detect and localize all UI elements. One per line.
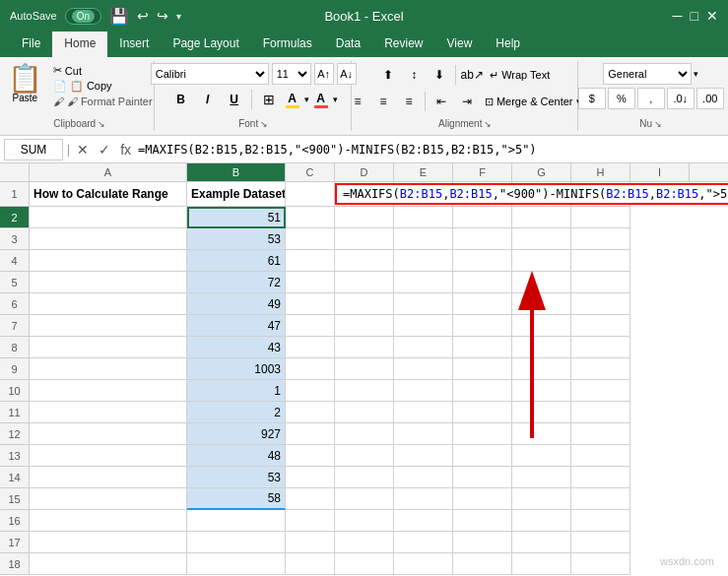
cell-c2[interactable] [286, 207, 335, 228]
font-color-dropdown[interactable]: ▾ [333, 95, 338, 104]
cell-b3[interactable]: 53 [187, 228, 286, 250]
cell-c3[interactable] [286, 228, 335, 250]
italic-button[interactable]: I [196, 88, 220, 111]
cell-f3[interactable] [453, 228, 512, 250]
cell-c4[interactable] [286, 250, 335, 272]
tab-view[interactable]: View [435, 32, 485, 57]
row-header-14[interactable]: 14 [0, 467, 30, 488]
cell-e1[interactable] [394, 182, 453, 207]
cell-b16[interactable] [187, 510, 286, 532]
cell-c10[interactable] [286, 380, 335, 402]
cell-h16[interactable] [571, 510, 630, 532]
cell-b14[interactable]: 53 [187, 467, 286, 488]
cell-h1[interactable] [571, 182, 630, 207]
cell-b12[interactable]: 927 [187, 423, 286, 445]
percent-button[interactable]: % [608, 88, 635, 109]
cell-c18[interactable] [286, 553, 335, 575]
cell-c15[interactable] [286, 488, 335, 510]
cell-h9[interactable] [571, 358, 630, 380]
fill-color-button[interactable]: A [284, 92, 301, 108]
minimize-button[interactable]: ─ [673, 8, 683, 24]
paste-button[interactable]: 📋 Paste [4, 63, 46, 105]
tab-data[interactable]: Data [324, 32, 372, 57]
row-header-17[interactable]: 17 [0, 532, 30, 553]
row-header-18[interactable]: 18 [0, 553, 30, 575]
cell-a1[interactable]: How to Calculate Range [30, 182, 187, 207]
cell-e9[interactable] [394, 358, 453, 380]
cell-f6[interactable] [453, 293, 512, 315]
row-header-3[interactable]: 3 [0, 228, 30, 250]
dropdown-arrow[interactable]: ▾ [176, 11, 181, 22]
fill-color-dropdown[interactable]: ▾ [304, 95, 309, 104]
cell-g9[interactable] [512, 358, 571, 380]
cell-d15[interactable] [335, 488, 394, 510]
increase-indent-button[interactable]: ⇥ [455, 90, 479, 113]
row-header-9[interactable]: 9 [0, 358, 30, 380]
cell-f9[interactable] [453, 358, 512, 380]
cell-g17[interactable] [512, 532, 571, 553]
accounting-format-button[interactable]: $ [578, 88, 606, 109]
formula-cancel-button[interactable]: ✕ [74, 142, 92, 158]
font-expand-icon[interactable]: ↘ [260, 119, 268, 129]
col-header-f[interactable]: F [453, 163, 512, 181]
autosave-toggle[interactable]: On [65, 8, 101, 25]
cell-d4[interactable] [335, 250, 394, 272]
align-top-button[interactable]: ⬆ [376, 63, 400, 87]
cell-f16[interactable] [453, 510, 512, 532]
cell-a6[interactable] [30, 293, 187, 315]
cell-e14[interactable] [394, 467, 453, 488]
decrease-decimal-button[interactable]: .0↓ [667, 88, 695, 109]
cell-b10[interactable]: 1 [187, 380, 286, 402]
cell-d5[interactable] [335, 272, 394, 293]
cell-c8[interactable] [286, 337, 335, 358]
cell-e5[interactable] [394, 272, 453, 293]
cell-e15[interactable] [394, 488, 453, 510]
decrease-indent-button[interactable]: ⇤ [430, 90, 453, 113]
cell-h14[interactable] [571, 467, 630, 488]
number-format-dropdown[interactable]: ▾ [694, 69, 698, 79]
cell-d11[interactable] [335, 402, 394, 423]
col-header-i[interactable]: I [630, 163, 690, 181]
cell-d13[interactable] [335, 445, 394, 467]
redo-button[interactable]: ↪ [157, 8, 168, 24]
cell-h4[interactable] [571, 250, 630, 272]
row-header-2[interactable]: 2 [0, 207, 30, 228]
cell-h13[interactable] [571, 445, 630, 467]
cell-b1[interactable]: Example Dataset [187, 182, 286, 207]
formula-confirm-button[interactable]: ✓ [96, 142, 113, 158]
cell-f10[interactable] [453, 380, 512, 402]
tab-insert[interactable]: Insert [107, 32, 161, 57]
cell-h10[interactable] [571, 380, 630, 402]
row-header-7[interactable]: 7 [0, 315, 30, 337]
cell-g13[interactable] [512, 445, 571, 467]
cell-g7[interactable] [512, 315, 571, 337]
align-right-button[interactable]: ≡ [397, 90, 421, 113]
cell-g1[interactable] [512, 182, 571, 207]
cell-d9[interactable] [335, 358, 394, 380]
cell-a12[interactable] [30, 423, 187, 445]
undo-button[interactable]: ↩ [137, 8, 149, 24]
cell-g4[interactable] [512, 250, 571, 272]
cell-b7[interactable]: 47 [187, 315, 286, 337]
cell-g8[interactable] [512, 337, 571, 358]
number-expand-icon[interactable]: ↘ [654, 119, 662, 129]
cell-b8[interactable]: 43 [187, 337, 286, 358]
font-size-select[interactable]: 11 [272, 63, 311, 85]
row-header-6[interactable]: 6 [0, 293, 30, 315]
maximize-button[interactable]: □ [691, 8, 698, 24]
cut-button[interactable]: ✂ Cut [50, 63, 156, 78]
row-header-4[interactable]: 4 [0, 250, 30, 272]
cell-c11[interactable] [286, 402, 335, 423]
cell-a7[interactable] [30, 315, 187, 337]
col-header-a[interactable]: A [30, 163, 187, 181]
cell-d18[interactable] [335, 553, 394, 575]
tab-home[interactable]: Home [52, 32, 107, 57]
cell-h6[interactable] [571, 293, 630, 315]
cell-d12[interactable] [335, 423, 394, 445]
cell-c9[interactable] [286, 358, 335, 380]
align-center-button[interactable]: ≡ [371, 90, 395, 113]
cell-h3[interactable] [571, 228, 630, 250]
cell-d17[interactable] [335, 532, 394, 553]
cell-a18[interactable] [30, 553, 187, 575]
col-header-g[interactable]: G [512, 163, 571, 181]
